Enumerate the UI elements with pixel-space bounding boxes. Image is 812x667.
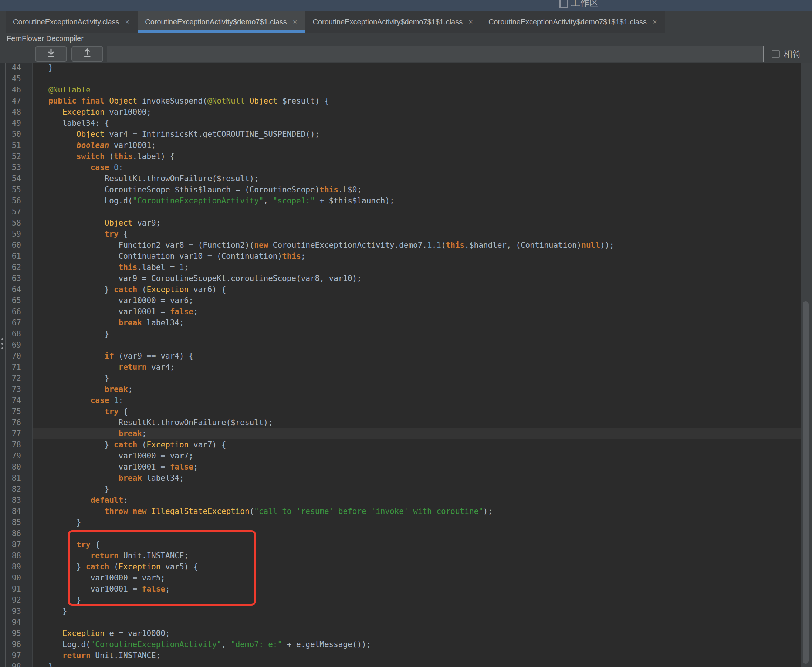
- vertical-scrollbar: [800, 63, 812, 667]
- code-line[interactable]: 51 boolean var10001;: [0, 140, 812, 151]
- toolbar: 相符: [0, 45, 812, 63]
- code-line[interactable]: 73 break;: [0, 384, 812, 395]
- workspace-icon: [559, 0, 568, 8]
- code-line[interactable]: 82 }: [0, 484, 812, 495]
- code-line[interactable]: 59 try {: [0, 229, 812, 240]
- code-line[interactable]: 44 }: [0, 63, 812, 73]
- workspace-label: 工作区: [571, 0, 599, 9]
- code-line[interactable]: 58 Object var9;: [0, 217, 812, 229]
- code-text: Object var4 = IntrinsicsKt.getCOROUTINE_…: [33, 129, 812, 140]
- tab-2[interactable]: CoroutineExceptionActivity$demo7$1.class…: [138, 12, 305, 33]
- code-line[interactable]: 48 Exception var10000;: [0, 106, 812, 118]
- tab-label: CoroutineExceptionActivity$demo7$1.class: [145, 18, 287, 26]
- decompiler-title: FernFlower Decompiler: [7, 34, 83, 43]
- code-text: }: [33, 329, 812, 339]
- code-line[interactable]: 71 return var4;: [0, 362, 812, 373]
- code-line[interactable]: 55 CoroutineScope $this$launch = (Corout…: [0, 184, 812, 195]
- code-line[interactable]: 97 return Unit.INSTANCE;: [0, 650, 812, 661]
- code-line[interactable]: 54 ResultKt.throwOnFailure($result);: [0, 173, 812, 184]
- code-line[interactable]: 49 label34: {: [0, 118, 812, 129]
- code-line[interactable]: 96 Log.d("CoroutineExceptionActivity", "…: [0, 639, 812, 650]
- code-editor: 44 }45 46 @Nullable47 public final Objec…: [0, 63, 812, 667]
- code-line[interactable]: 83 default:: [0, 495, 812, 506]
- tab-4[interactable]: CoroutineExceptionActivity$demo7$1$1$1.c…: [481, 12, 665, 33]
- drag-handle-icon[interactable]: [2, 338, 3, 349]
- code-text: ResultKt.throwOnFailure($result);: [33, 173, 812, 184]
- tab-1[interactable]: CoroutineExceptionActivity.class×: [5, 12, 138, 33]
- code-line[interactable]: 65 var10000 = var6;: [0, 295, 812, 306]
- code-text: CoroutineScope $this$launch = (Coroutine…: [33, 184, 812, 195]
- upload-button[interactable]: [71, 46, 103, 62]
- code-line[interactable]: 61 Continuation var10 = (Continuation)th…: [0, 251, 812, 262]
- code-text: return Unit.INSTANCE;: [33, 650, 812, 661]
- scrollbar-thumb[interactable]: [803, 301, 809, 664]
- code-line[interactable]: 72 }: [0, 373, 812, 384]
- code-line[interactable]: 63 var9 = CoroutineScopeKt.coroutineScop…: [0, 273, 812, 284]
- code-text: [33, 73, 812, 84]
- code-line[interactable]: 60 Function2 var8 = (Function2)(new Coro…: [0, 240, 812, 251]
- upload-icon: [82, 48, 93, 60]
- code-line[interactable]: 95 Exception e = var10000;: [0, 628, 812, 639]
- code-line[interactable]: 47 public final Object invokeSuspend(@No…: [0, 95, 812, 106]
- code-line[interactable]: 78 } catch (Exception var7) {: [0, 439, 812, 450]
- code-text: ResultKt.throwOnFailure($result);: [33, 417, 812, 428]
- code-line[interactable]: 56 Log.d("CoroutineExceptionActivity", "…: [0, 195, 812, 206]
- code-text: }: [33, 661, 812, 667]
- code-line[interactable]: 64 } catch (Exception var6) {: [0, 284, 812, 295]
- search-input[interactable]: [107, 46, 764, 62]
- match-label: 相符: [784, 48, 801, 60]
- code-text: [33, 339, 812, 350]
- code-line[interactable]: 79 var10000 = var7;: [0, 450, 812, 461]
- code-text: }: [33, 373, 812, 384]
- code-text: Exception e = var10000;: [33, 628, 812, 639]
- code-text: Object var9;: [33, 217, 812, 229]
- code-text: case 0:: [33, 162, 812, 173]
- code-line[interactable]: 46 @Nullable: [0, 84, 812, 95]
- code-line[interactable]: 80 var10001 = false;: [0, 461, 812, 473]
- code-line[interactable]: 50 Object var4 = IntrinsicsKt.getCOROUTI…: [0, 129, 812, 140]
- code-line[interactable]: 77 break;: [0, 428, 812, 439]
- tab-close-icon[interactable]: ×: [652, 18, 658, 26]
- code-line[interactable]: 69: [0, 339, 812, 350]
- code-line[interactable]: 53 case 0:: [0, 162, 812, 173]
- code-text: this.label = 1;: [33, 262, 812, 273]
- code-text: }: [33, 484, 812, 495]
- code-text: var9 = CoroutineScopeKt.coroutineScope(v…: [33, 273, 812, 284]
- code-line[interactable]: 85 }: [0, 517, 812, 528]
- tab-label: CoroutineExceptionActivity$demo7$1$1$1.c…: [488, 18, 647, 26]
- left-gutter-strip: [0, 63, 5, 667]
- tab-bar: CoroutineExceptionActivity.class×Corouti…: [0, 12, 812, 33]
- code-text: break label34;: [33, 317, 812, 329]
- download-button[interactable]: [35, 46, 67, 62]
- tab-close-icon[interactable]: ×: [292, 18, 298, 26]
- code-text: } catch (Exception var6) {: [33, 284, 812, 295]
- code-line[interactable]: 70 if (var9 == var4) {: [0, 350, 812, 362]
- code-line[interactable]: 57: [0, 206, 812, 217]
- code-line[interactable]: 45: [0, 73, 812, 84]
- code-line[interactable]: 98 }: [0, 661, 812, 667]
- code-line[interactable]: 68 }: [0, 329, 812, 339]
- code-line[interactable]: 93 }: [0, 606, 812, 617]
- code-line[interactable]: 67 break label34;: [0, 317, 812, 329]
- match-checkbox[interactable]: [772, 50, 780, 58]
- code-line[interactable]: 76 ResultKt.throwOnFailure($result);: [0, 417, 812, 428]
- code-line[interactable]: 81 break label34;: [0, 473, 812, 484]
- tab-close-icon[interactable]: ×: [125, 18, 131, 26]
- decompiler-window: 工作区 CoroutineExceptionActivity.class×Cor…: [0, 0, 812, 667]
- code-line[interactable]: 62 this.label = 1;: [0, 262, 812, 273]
- code-line[interactable]: 66 var10001 = false;: [0, 306, 812, 317]
- tab-label: CoroutineExceptionActivity$demo7$1$1.cla…: [312, 18, 463, 26]
- tab-close-icon[interactable]: ×: [468, 18, 474, 26]
- code-line[interactable]: 84 throw new IllegalStateException("call…: [0, 506, 812, 517]
- code-text: }: [33, 63, 812, 73]
- code-line[interactable]: 94: [0, 617, 812, 628]
- tab-3[interactable]: CoroutineExceptionActivity$demo7$1$1.cla…: [305, 12, 481, 33]
- code-text: label34: {: [33, 118, 812, 129]
- code-line[interactable]: 52 switch (this.label) {: [0, 151, 812, 162]
- workspace-button[interactable]: 工作区: [559, 0, 599, 9]
- code-line[interactable]: 75 try {: [0, 406, 812, 417]
- code-text: }: [33, 517, 812, 528]
- code-line[interactable]: 74 case 1:: [0, 395, 812, 406]
- code-text: case 1:: [33, 395, 812, 406]
- code-text: Function2 var8 = (Function2)(new Corouti…: [33, 240, 812, 251]
